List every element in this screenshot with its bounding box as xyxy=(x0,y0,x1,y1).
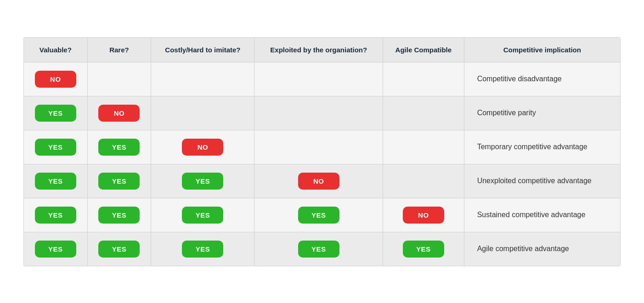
col-agile: Agile Compatible xyxy=(383,38,464,62)
cell-r5-c2: YES xyxy=(151,232,254,266)
implication-r5: Agile competitive advantage xyxy=(464,232,620,266)
cell-r5-c1: YES xyxy=(87,232,151,266)
yes-badge: YES xyxy=(98,173,140,190)
yes-badge: YES xyxy=(182,241,223,258)
cell-r1-c3 xyxy=(254,96,383,130)
col-rare: Rare? xyxy=(87,38,151,62)
cell-r3-c0: YES xyxy=(24,164,87,198)
vrio-table: Valuable?Rare?Costly/Hard to imitate?Exp… xyxy=(24,38,620,266)
implication-r2: Temporary competitive advantage xyxy=(464,130,620,164)
table-row: YESYESNOTemporary competitive advantage xyxy=(24,130,620,164)
yes-badge: YES xyxy=(35,173,76,190)
yes-badge: YES xyxy=(35,207,76,224)
cell-r2-c2: NO xyxy=(151,130,254,164)
table-row: YESYESYESYESYESAgile competitive advanta… xyxy=(24,232,620,266)
cell-r4-c0: YES xyxy=(24,198,87,232)
implication-r3: Unexploited competitive advantage xyxy=(464,164,620,198)
yes-badge: YES xyxy=(182,207,223,224)
cell-r5-c0: YES xyxy=(24,232,87,266)
cell-r4-c4: NO xyxy=(383,198,464,232)
cell-r2-c0: YES xyxy=(24,130,87,164)
cell-r0-c2 xyxy=(151,62,254,96)
col-exploited: Exploited by the organiation? xyxy=(254,38,383,62)
table-row: YESYESYESNOUnexploited competitive advan… xyxy=(24,164,620,198)
cell-r1-c4 xyxy=(383,96,464,130)
main-table-wrapper: Valuable?Rare?Costly/Hard to imitate?Exp… xyxy=(23,37,621,266)
yes-badge: YES xyxy=(35,241,76,258)
table-row: YESYESYESYESNOSustained competitive adva… xyxy=(24,198,620,232)
cell-r1-c1: NO xyxy=(87,96,151,130)
yes-badge: YES xyxy=(35,139,76,156)
cell-r0-c4 xyxy=(383,62,464,96)
cell-r4-c2: YES xyxy=(151,198,254,232)
col-costly: Costly/Hard to imitate? xyxy=(151,38,254,62)
cell-r4-c3: YES xyxy=(254,198,383,232)
implication-r0: Competitive disadvantage xyxy=(464,62,620,96)
col-implication: Competitive implication xyxy=(464,38,620,62)
yes-badge: YES xyxy=(98,139,140,156)
cell-r3-c4 xyxy=(383,164,464,198)
yes-badge: YES xyxy=(298,207,339,224)
yes-badge: YES xyxy=(98,241,140,258)
header-row: Valuable?Rare?Costly/Hard to imitate?Exp… xyxy=(24,38,620,62)
yes-badge: YES xyxy=(35,105,76,122)
no-badge: NO xyxy=(35,71,76,88)
cell-r1-c2 xyxy=(151,96,254,130)
cell-r2-c1: YES xyxy=(87,130,151,164)
cell-r2-c3 xyxy=(254,130,383,164)
implication-r4: Sustained competitive advantage xyxy=(464,198,620,232)
yes-badge: YES xyxy=(98,207,140,224)
no-badge: NO xyxy=(298,173,339,190)
cell-r0-c0: NO xyxy=(24,62,87,96)
yes-badge: YES xyxy=(182,173,223,190)
yes-badge: YES xyxy=(298,241,339,258)
table-row: NOCompetitive disadvantage xyxy=(24,62,620,96)
no-badge: NO xyxy=(98,105,140,122)
cell-r5-c4: YES xyxy=(383,232,464,266)
cell-r3-c1: YES xyxy=(87,164,151,198)
yes-badge: YES xyxy=(403,241,444,258)
implication-r1: Competitive parity xyxy=(464,96,620,130)
table-row: YESNOCompetitive parity xyxy=(24,96,620,130)
cell-r2-c4 xyxy=(383,130,464,164)
cell-r1-c0: YES xyxy=(24,96,87,130)
table-body: NOCompetitive disadvantageYESNOCompetiti… xyxy=(24,62,620,266)
col-valuable: Valuable? xyxy=(24,38,87,62)
cell-r5-c3: YES xyxy=(254,232,383,266)
cell-r3-c2: YES xyxy=(151,164,254,198)
cell-r0-c3 xyxy=(254,62,383,96)
cell-r0-c1 xyxy=(87,62,151,96)
no-badge: NO xyxy=(403,207,444,224)
cell-r4-c1: YES xyxy=(87,198,151,232)
cell-r3-c3: NO xyxy=(254,164,383,198)
no-badge: NO xyxy=(182,139,223,156)
